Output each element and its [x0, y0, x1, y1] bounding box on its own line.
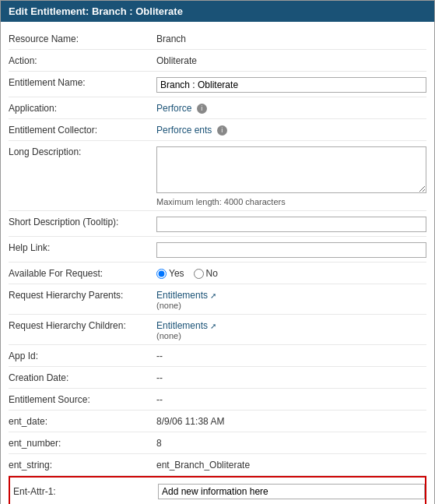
- creation-date-row: Creation Date: --: [9, 367, 426, 389]
- ent-string-row: ent_string: ent_Branch_Obliterate: [9, 454, 426, 476]
- entitlement-source-row: Entitlement Source: --: [9, 389, 426, 411]
- entitlement-name-input[interactable]: [156, 77, 426, 93]
- resource-name-label: Resource Name:: [9, 32, 156, 44]
- ent-string-label: ent_string:: [9, 458, 156, 471]
- entitlement-collector-info-icon[interactable]: i: [217, 125, 227, 136]
- short-description-value: [156, 215, 426, 232]
- ent-number-row: ent_number: 8: [9, 432, 426, 454]
- application-info-icon[interactable]: i: [197, 104, 207, 114]
- help-link-row: Help Link:: [9, 237, 426, 263]
- available-no-radio[interactable]: [194, 269, 204, 279]
- long-description-label: Long Description:: [9, 145, 156, 157]
- title-bar: Edit Entitlement: Branch : Obliterate: [1, 1, 434, 22]
- available-for-request-value: Yes No: [156, 266, 426, 279]
- ent-number-value: 8: [156, 436, 426, 449]
- entitlement-collector-label: Entitlement Collector:: [9, 123, 156, 136]
- entitlement-collector-row: Entitlement Collector: Perforce ents i: [9, 119, 426, 141]
- request-hierarchy-children-row: Request Hierarchy Children: Entitlements…: [9, 315, 426, 345]
- action-row: Action: Obliterate: [9, 50, 426, 72]
- action-value: Obliterate: [156, 54, 426, 66]
- entitlement-name-row: Entitlement Name:: [9, 72, 426, 97]
- external-link-icon-children: ➚: [210, 322, 216, 330]
- entitlement-source-label: Entitlement Source:: [9, 393, 156, 405]
- ent-date-value: 8/9/06 11:38 AM: [156, 414, 426, 427]
- ent-attr-1-value: [158, 482, 425, 499]
- entitlement-collector-value: Perforce ents i: [156, 123, 426, 136]
- title-bar-text: Edit Entitlement: Branch : Obliterate: [9, 5, 183, 17]
- resource-name-value: Branch: [156, 32, 426, 44]
- available-no-text: No: [206, 268, 218, 279]
- request-hierarchy-children-none: (none): [156, 331, 426, 340]
- request-hierarchy-parents-row: Request Hierarchy Parents: Entitlements …: [9, 284, 426, 315]
- app-id-row: App Id: --: [9, 345, 426, 367]
- short-description-input[interactable]: [156, 217, 426, 232]
- long-description-textarea[interactable]: [156, 146, 426, 193]
- application-link[interactable]: Perforce: [156, 103, 191, 114]
- request-hierarchy-children-value: Entitlements ➚ (none): [156, 319, 426, 340]
- help-link-value: [156, 241, 426, 258]
- available-yes-label[interactable]: Yes: [156, 268, 184, 279]
- long-description-value: Maximum length: 4000 characters: [156, 145, 426, 206]
- ent-attr-1-input[interactable]: [158, 484, 425, 499]
- application-value: Perforce i: [156, 101, 426, 114]
- ent-number-label: ent_number:: [9, 436, 156, 449]
- request-hierarchy-parents-value: Entitlements ➚ (none): [156, 288, 426, 310]
- request-hierarchy-children-label: Request Hierarchy Children:: [9, 319, 156, 331]
- ent-string-value: ent_Branch_Obliterate: [156, 458, 426, 471]
- entitlement-source-value: --: [156, 393, 426, 405]
- ent-attr-1-label: Ent-Attr-1:: [10, 485, 158, 497]
- entitlement-collector-link[interactable]: Perforce ents: [156, 125, 212, 136]
- app-id-value: --: [156, 349, 426, 361]
- ent-date-row: ent_date: 8/9/06 11:38 AM: [9, 411, 426, 432]
- creation-date-label: Creation Date:: [9, 371, 156, 383]
- max-length-text: Maximum length: 4000 characters: [156, 197, 426, 206]
- help-link-label: Help Link:: [9, 241, 156, 253]
- external-link-icon-parents: ➚: [210, 291, 216, 300]
- long-description-row: Long Description: Maximum length: 4000 c…: [9, 141, 426, 211]
- application-row: Application: Perforce i: [9, 97, 426, 119]
- ent-date-label: ent_date:: [9, 414, 156, 427]
- help-link-input[interactable]: [156, 242, 426, 258]
- available-radio-group: Yes No: [156, 268, 426, 279]
- request-hierarchy-parents-none: (none): [156, 301, 426, 310]
- available-no-label[interactable]: No: [194, 268, 218, 279]
- available-yes-text: Yes: [169, 268, 184, 279]
- edit-entitlement-window: Edit Entitlement: Branch : Obliterate Re…: [0, 0, 435, 504]
- app-id-label: App Id:: [9, 349, 156, 361]
- request-hierarchy-children-link[interactable]: Entitlements ➚: [156, 320, 426, 331]
- resource-name-row: Resource Name: Branch: [9, 28, 426, 50]
- available-for-request-label: Available For Request:: [9, 266, 156, 279]
- short-description-label: Short Description (Tooltip):: [9, 215, 156, 227]
- request-hierarchy-parents-label: Request Hierarchy Parents:: [9, 288, 156, 301]
- action-label: Action:: [9, 54, 156, 66]
- entitlement-name-label: Entitlement Name:: [9, 76, 156, 88]
- ent-attr-1-row: Ent-Attr-1:: [9, 476, 426, 504]
- application-label: Application:: [9, 101, 156, 114]
- form-body: Resource Name: Branch Action: Obliterate…: [1, 22, 434, 504]
- available-for-request-row: Available For Request: Yes No: [9, 263, 426, 284]
- entitlement-name-value: [156, 76, 426, 93]
- creation-date-value: --: [156, 371, 426, 383]
- available-yes-radio[interactable]: [156, 269, 167, 279]
- request-hierarchy-parents-link[interactable]: Entitlements ➚: [156, 290, 426, 301]
- short-description-row: Short Description (Tooltip):: [9, 211, 426, 237]
